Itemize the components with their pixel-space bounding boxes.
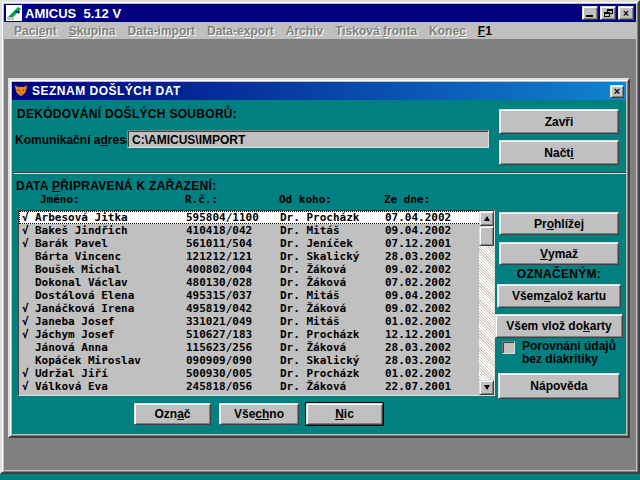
list-row[interactable]: Dokonal Václav480130/028Dr. Žáková07.02.… [19,276,481,289]
dialog-title: SEZNAM DOŠLÝCH DAT [32,84,610,98]
insert-into-card-button[interactable]: Všem vlož do karty [495,314,623,338]
list-cell: Dr. Mitáš [280,289,385,302]
scrollbar-thumb[interactable] [479,226,494,246]
list-cell: √ [19,367,35,380]
list-cell: 28.03.2002 [385,354,481,367]
list-cell: Dr. Skalický [280,250,385,263]
list-row[interactable]: √Jáchym Josef510627/183Dr. Procházk12.12… [19,328,481,341]
list-cell: Válková Eva [35,380,186,393]
restore-button[interactable] [600,6,616,20]
list-cell: 331021/049 [186,315,280,328]
menu-item[interactable]: Skupina [63,24,122,38]
list-cell: 410418/042 [186,224,280,237]
dialog-titlebar[interactable]: SEZNAM DOŠLÝCH DAT × [12,82,626,100]
list-row[interactable]: √Bakeš Jindřich410418/042Dr. Mitáš09.04.… [19,224,481,237]
list-cell [19,341,35,354]
list-cell: 245818/056 [186,380,280,393]
list-row[interactable]: √Udržal Jiří500930/005Dr. Procházk01.02.… [19,367,481,380]
compare-without-diacritics-checkbox[interactable] [502,341,515,354]
list-cell: √ [19,302,35,315]
decode-heading: DEKÓDOVÁNÍ DOŠLÝCH SOUBORŮ: [17,107,237,121]
list-cell: Dr. Mitáš [280,315,385,328]
list-row[interactable]: Bárta Vincenc121212/121Dr. Skalický28.03… [19,250,481,263]
stapro-logo-icon [6,5,22,21]
list-row[interactable]: √Janáčková Irena495819/042Dr. Žáková09.0… [19,302,481,315]
scroll-down-button[interactable] [479,380,494,395]
list-cell: Dr. Procházk [280,328,385,341]
list-cell: 500930/005 [186,367,280,380]
select-all-button[interactable]: Všechno [219,403,299,425]
fox-head-icon [14,84,28,98]
select-none-button[interactable]: Nic [306,403,383,425]
list-cell: 400802/004 [186,263,280,276]
list-cell: Dr. Žáková [280,302,385,315]
column-header-from: Od koho: [279,193,384,207]
list-heading: DATA PŘIPRAVENÁ K ZAŘAZENÍ: [16,179,216,193]
list-cell: √ [19,315,35,328]
app-titlebar[interactable]: AMICUS 5.12 V × [4,4,636,22]
menu-item[interactable]: Data-import [122,24,201,38]
delete-button[interactable]: Vymaž [499,242,619,265]
list-row[interactable]: √Válková Eva245818/056Dr. Žáková22.07.20… [19,380,481,393]
list-row[interactable]: Jánová Anna115623/256Dr. Žáková28.03.200… [19,341,481,354]
load-button[interactable]: Načti [499,140,619,165]
list-cell [19,276,35,289]
list-cell: Dr. Žáková [280,341,385,354]
minimize-icon [586,15,593,17]
arrow-down-icon [484,385,490,390]
list-cell: 495315/037 [186,289,280,302]
menu-item[interactable]: Tisková fronta [329,24,423,38]
create-card-for-all-button[interactable]: Všem založ kartu [497,284,621,308]
list-cell: Dokonal Václav [35,276,186,289]
communication-dir-label: Komunikační adresář: [15,133,141,147]
mark-button[interactable]: Označ [134,403,211,425]
menu-item[interactable]: Data-export [201,24,280,38]
dialog-close-button[interactable]: × [610,85,624,98]
list-row[interactable]: Kopáček Miroslav090909/090Dr. Skalický28… [19,354,481,367]
communication-dir-field[interactable]: C:\AMICUS\IMPORT [127,130,489,148]
checkbox-label-line2: bez diakritiky [522,353,598,366]
list-cell: Dr. Procházk [280,211,385,224]
vertical-scrollbar[interactable] [479,211,494,395]
list-cell: 09.02.2002 [385,302,481,315]
dialog-body: DEKÓDOVÁNÍ DOŠLÝCH SOUBORŮ: Komunikační … [12,100,626,434]
list-row[interactable]: √Janeba Josef331021/049Dr. Mitáš01.02.20… [19,315,481,328]
minimize-button[interactable] [582,6,598,20]
separator [14,172,626,174]
close-icon: × [623,8,629,19]
list-cell: 09.02.2002 [385,263,481,276]
list-cell: Janáčková Irena [35,302,186,315]
desktop: { "window": { "title": "AMICUS 5.12 V" }… [0,0,640,480]
list-row[interactable]: √Barák Pavel561011/504Dr. Jeníček07.12.2… [19,237,481,250]
list-cell: Jáchym Josef [35,328,186,341]
list-cell: Dr. Skalický [280,354,385,367]
list-cell [19,354,35,367]
help-button[interactable]: Nápověda [498,373,620,399]
menu-item[interactable]: Konec [423,24,472,38]
list-cell: Dr. Žáková [280,263,385,276]
file-list-rows: √Arbesová Jitka595804/1100Dr. Procházk07… [19,211,494,393]
list-row[interactable]: Boušek Michal400802/004Dr. Žáková09.02.2… [19,263,481,276]
column-header-date: Ze dne: [384,193,480,207]
list-cell: 07.04.2002 [385,211,481,224]
close-dialog-button[interactable]: Zavři [499,109,619,134]
list-cell: 28.03.2002 [385,341,481,354]
column-header-name: Jméno: [34,193,185,207]
list-cell: 090909/090 [186,354,280,367]
close-button[interactable]: × [618,6,634,20]
list-cell: Dostálová Elena [35,289,186,302]
menu-item[interactable]: Pacient [8,24,63,38]
marked-label: OZNAČENÝM: [499,267,619,281]
list-cell: Janeba Josef [35,315,186,328]
menu-item[interactable]: Archiv [280,24,329,38]
list-cell [19,289,35,302]
list-cell: Udržal Jiří [35,367,186,380]
list-cell: √ [19,380,35,393]
scroll-up-button[interactable] [479,211,494,226]
view-button[interactable]: Prohlížej [499,212,619,235]
list-cell: Dr. Mitáš [280,224,385,237]
list-cell: Arbesová Jitka [35,211,186,224]
menu-item[interactable]: F1 [472,24,498,38]
list-row[interactable]: √Arbesová Jitka595804/1100Dr. Procházk07… [19,211,481,224]
list-row[interactable]: Dostálová Elena495315/037Dr. Mitáš09.04.… [19,289,481,302]
